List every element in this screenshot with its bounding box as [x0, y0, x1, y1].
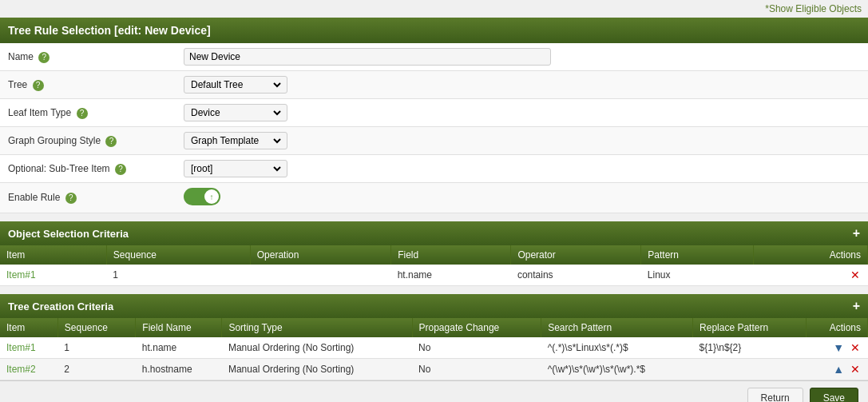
object-selection-table: Item Sequence Operation Field Operator P…	[0, 245, 868, 286]
sortingtype-cell: Manual Ordering (No Sorting)	[222, 359, 412, 380]
propagate-cell: No	[412, 359, 541, 380]
name-value-cell	[176, 43, 868, 71]
enable-rule-help-icon[interactable]: ?	[65, 193, 77, 204]
graph-grouping-help-icon[interactable]: ?	[105, 136, 117, 147]
leaf-item-label: Leaf Item Type ?	[0, 99, 176, 127]
leaf-item-help-icon[interactable]: ?	[77, 108, 88, 119]
subtree-select-cell: [root]	[176, 155, 868, 183]
tree-creation-section: Tree Creation Criteria + Item Sequence F…	[0, 294, 868, 380]
graph-grouping-select[interactable]: Graph Template	[188, 134, 283, 147]
down-icon[interactable]: ▼	[833, 341, 844, 354]
object-selection-header-row: Item Sequence Operation Field Operator P…	[0, 245, 868, 265]
show-eligible-link[interactable]: *Show Eligible Objects	[765, 3, 862, 14]
fieldname-cell: ht.name	[136, 337, 222, 359]
form-table: Name ? Tree ? Default Tree Leaf	[0, 43, 868, 213]
col-operation: Operation	[250, 245, 390, 265]
delete-icon[interactable]: ✕	[850, 363, 860, 376]
subtree-select[interactable]: [root]	[188, 162, 283, 175]
enable-rule-toggle[interactable]	[184, 188, 220, 205]
object-selection-title: Object Selection Criteria	[8, 228, 129, 240]
tc-col-propagate: Propagate Change	[412, 318, 541, 337]
item-link[interactable]: Item#1	[6, 269, 36, 281]
tc-col-item: Item	[0, 318, 57, 337]
leaf-item-select[interactable]: Device	[188, 106, 283, 119]
actions-cell: ✕	[754, 265, 868, 286]
tree-creation-table: Item Sequence Field Name Sorting Type Pr…	[0, 318, 868, 380]
save-button[interactable]: Save	[810, 388, 858, 402]
page-title: Tree Rule Selection [edit: New Device]	[0, 18, 868, 43]
graph-grouping-select-wrapper: Graph Template	[184, 132, 287, 149]
sortingtype-cell: Manual Ordering (No Sorting)	[222, 337, 412, 359]
tree-help-icon[interactable]: ?	[33, 80, 44, 91]
table-row: Item#2 2 h.hostname Manual Ordering (No …	[0, 359, 868, 380]
actions-cell: ▼ ✕	[806, 337, 867, 359]
name-input[interactable]	[184, 48, 551, 66]
graph-grouping-select-cell: Graph Template	[176, 127, 868, 155]
tree-row: Tree ? Default Tree	[0, 71, 868, 99]
actions-cell: ▲ ✕	[806, 359, 867, 380]
tree-creation-title: Tree Creation Criteria	[8, 301, 113, 312]
object-selection-add-icon[interactable]: +	[853, 226, 860, 241]
operator-cell: contains	[511, 265, 641, 286]
tc-col-fieldname: Field Name	[136, 318, 222, 337]
toggle-knob	[204, 189, 219, 204]
tc-col-actions: Actions	[806, 318, 867, 337]
col-pattern: Pattern	[641, 245, 754, 265]
delete-icon[interactable]: ✕	[850, 269, 860, 281]
leaf-item-row: Leaf Item Type ? Device	[0, 99, 868, 127]
item-link[interactable]: Item#1	[6, 342, 36, 353]
item-link[interactable]: Item#2	[6, 364, 36, 375]
col-actions: Actions	[754, 245, 868, 265]
graph-grouping-row: Graph Grouping Style ? Graph Template	[0, 127, 868, 155]
col-item: Item	[0, 245, 106, 265]
pattern-cell: Linux	[641, 265, 754, 286]
footer: Return Save	[0, 380, 868, 402]
leaf-item-select-wrapper: Device	[184, 104, 287, 121]
name-help-icon[interactable]: ?	[38, 52, 50, 63]
replacepattern-cell	[693, 359, 807, 380]
tree-select-wrapper: Default Tree	[184, 76, 287, 94]
tc-col-replacepattern: Replace Pattern	[693, 318, 807, 337]
tc-col-sequence: Sequence	[57, 318, 136, 337]
tree-creation-header: Tree Creation Criteria +	[0, 294, 868, 318]
return-button[interactable]: Return	[747, 388, 803, 402]
tree-label: Tree ?	[0, 71, 176, 99]
delete-icon[interactable]: ✕	[850, 341, 860, 354]
col-sequence: Sequence	[106, 245, 250, 265]
field-cell: ht.name	[391, 265, 511, 286]
sequence-cell: 2	[57, 359, 136, 380]
operation-cell	[250, 265, 390, 286]
up-icon[interactable]: ▲	[833, 363, 844, 376]
sequence-cell: 1	[106, 265, 250, 286]
name-label: Name ?	[0, 43, 176, 71]
col-operator: Operator	[511, 245, 641, 265]
tc-col-sortingtype: Sorting Type	[222, 318, 412, 337]
tree-creation-header-row: Item Sequence Field Name Sorting Type Pr…	[0, 318, 868, 337]
name-row: Name ?	[0, 43, 868, 71]
tree-select[interactable]: Default Tree	[188, 78, 283, 91]
table-row: Item#1 1 ht.name Manual Ordering (No Sor…	[0, 337, 868, 359]
propagate-cell: No	[412, 337, 541, 359]
sequence-cell: 1	[57, 337, 136, 359]
tree-select-cell: Default Tree	[176, 71, 868, 99]
object-selection-header: Object Selection Criteria +	[0, 221, 868, 245]
searchpattern-cell: ^(\w*)\s*(\w*)\s*(\w*).*$	[541, 359, 693, 380]
replacepattern-cell: ${1}\n${2}	[693, 337, 807, 359]
enable-rule-row: Enable Rule ?	[0, 183, 868, 213]
enable-rule-toggle-cell	[176, 183, 868, 213]
tc-col-searchpattern: Search Pattern	[541, 318, 693, 337]
leaf-item-select-cell: Device	[176, 99, 868, 127]
tree-creation-add-icon[interactable]: +	[853, 299, 860, 313]
enable-rule-label: Enable Rule ?	[0, 183, 176, 213]
subtree-select-wrapper: [root]	[184, 160, 287, 177]
subtree-label: Optional: Sub-Tree Item ?	[0, 155, 176, 183]
searchpattern-cell: ^(.*)\s*Linux\s*(.*)$	[541, 337, 693, 359]
graph-grouping-label: Graph Grouping Style ?	[0, 127, 176, 155]
col-field: Field	[391, 245, 511, 265]
top-bar: *Show Eligible Objects	[0, 0, 868, 18]
subtree-row: Optional: Sub-Tree Item ? [root]	[0, 155, 868, 183]
object-selection-section: Object Selection Criteria + Item Sequenc…	[0, 221, 868, 286]
subtree-help-icon[interactable]: ?	[115, 164, 126, 175]
fieldname-cell: h.hostname	[136, 359, 222, 380]
table-row: Item#1 1 ht.name contains Linux ✕	[0, 265, 868, 286]
